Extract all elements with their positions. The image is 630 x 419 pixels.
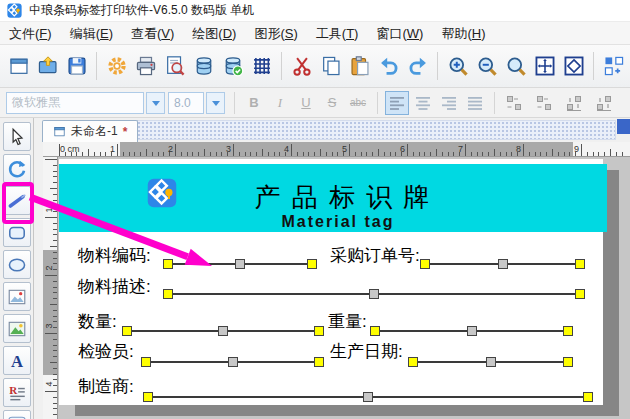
dist-top-button[interactable]	[562, 91, 586, 115]
settings-button[interactable]	[102, 50, 131, 82]
menu-item-0[interactable]: 文件(F)	[0, 22, 61, 45]
line-handle-end[interactable]	[563, 357, 573, 367]
line-handle-mid[interactable]	[235, 259, 245, 269]
design-canvas[interactable]: 0 cm 123456789 1234 产 品 标 识 牌 Material t…	[34, 142, 630, 419]
menu-item-2[interactable]: 查看(V)	[122, 22, 183, 45]
line-handle-start[interactable]	[163, 259, 173, 269]
save-icon	[66, 55, 88, 77]
align-justify-icon	[466, 94, 484, 112]
align-center-button[interactable]	[411, 91, 435, 115]
italic-button[interactable]: I	[268, 91, 292, 115]
select-tool-button[interactable]	[3, 122, 31, 151]
line-handle-start[interactable]	[122, 326, 132, 336]
object-properties-button[interactable]	[599, 50, 628, 82]
line-handle-end[interactable]	[575, 259, 585, 269]
menu-item-7[interactable]: 帮助(H)	[432, 22, 494, 45]
field-label[interactable]: 重量:	[328, 312, 367, 331]
rounded-rect-tool-button[interactable]	[3, 218, 31, 247]
database-connect-button[interactable]	[218, 50, 247, 82]
undo-button[interactable]	[374, 50, 403, 82]
menu-item-4[interactable]: 图形(S)	[245, 22, 306, 45]
database-button[interactable]	[189, 50, 218, 82]
ellipse-tool-button[interactable]	[3, 250, 31, 279]
text-icon	[7, 351, 27, 371]
menu-item-3[interactable]: 绘图(D)	[183, 22, 245, 45]
menu-item-1[interactable]: 编辑(E)	[61, 22, 122, 45]
redo-button[interactable]	[403, 50, 432, 82]
menu-item-5[interactable]: 工具(T)	[307, 22, 368, 45]
zoom-in-button[interactable]	[443, 50, 472, 82]
align-right-button[interactable]	[437, 91, 461, 115]
field-label[interactable]: 物料编码:	[78, 246, 151, 265]
align-left-button[interactable]	[385, 91, 409, 115]
text-tool-button[interactable]	[3, 346, 31, 375]
design-fields-layer: 物料编码:采购订单号:物料描述:数量:重量:检验员:生产日期:制造商:	[34, 142, 630, 419]
field-label[interactable]: 检验员:	[78, 342, 134, 361]
menu-item-6[interactable]: 窗口(W)	[367, 22, 432, 45]
line-handle-end[interactable]	[575, 289, 585, 299]
open-button[interactable]	[33, 50, 62, 82]
bold-button[interactable]: B	[242, 91, 266, 115]
line-handle-mid[interactable]	[363, 392, 373, 402]
rotate-tool-button[interactable]	[3, 154, 31, 183]
font-family-select[interactable]: 微软雅黑	[6, 92, 144, 114]
line-handle-mid[interactable]	[486, 357, 496, 367]
line-handle-end[interactable]	[307, 259, 317, 269]
line-handle-end[interactable]	[563, 326, 573, 336]
field-label[interactable]: 制造商:	[78, 377, 134, 396]
line-handle-start[interactable]	[408, 357, 418, 367]
zoom-out-button[interactable]	[472, 50, 501, 82]
line-handle-mid[interactable]	[467, 326, 477, 336]
print-button[interactable]	[131, 50, 160, 82]
redo-icon	[407, 55, 429, 77]
tab-untitled-1[interactable]: 未命名-1 *	[42, 120, 138, 142]
field-label[interactable]: 数量:	[78, 312, 117, 331]
field-label[interactable]: 生产日期:	[330, 342, 403, 361]
line-handle-start[interactable]	[163, 289, 173, 299]
save-button[interactable]	[62, 50, 91, 82]
dist-top-icon	[565, 94, 583, 112]
field-label[interactable]: 采购订单号:	[330, 246, 420, 265]
dist-bottom-button[interactable]	[592, 91, 616, 115]
line-handle-start[interactable]	[370, 326, 380, 336]
image-icon	[7, 287, 27, 307]
line-handle-mid[interactable]	[228, 357, 238, 367]
fit-page-button[interactable]	[530, 50, 559, 82]
font-size-select[interactable]: 8.0	[168, 92, 204, 114]
line-handle-start[interactable]	[141, 357, 151, 367]
rich-text-tool-button[interactable]	[3, 378, 31, 407]
paste-button[interactable]	[345, 50, 374, 82]
print-preview-button[interactable]	[160, 50, 189, 82]
line-handle-end[interactable]	[583, 392, 593, 402]
line-handle-start[interactable]	[420, 259, 430, 269]
line-handle-mid[interactable]	[218, 326, 228, 336]
line-handle-end[interactable]	[314, 357, 324, 367]
barcode-tool-button[interactable]	[3, 410, 31, 419]
font-family-dropdown-arrow[interactable]	[146, 92, 165, 114]
line-handle-start[interactable]	[143, 392, 153, 402]
copy-button[interactable]	[316, 50, 345, 82]
line-handle-mid[interactable]	[498, 259, 508, 269]
dist-right-button[interactable]	[532, 91, 556, 115]
main-toolbar	[0, 45, 630, 88]
new-button[interactable]	[4, 50, 33, 82]
dist-bottom-icon	[595, 94, 613, 112]
line-handle-end[interactable]	[314, 326, 324, 336]
picture-tool-button[interactable]	[3, 314, 31, 343]
underline-button[interactable]: U	[294, 91, 318, 115]
cut-button[interactable]	[287, 50, 316, 82]
line-handle-mid[interactable]	[369, 289, 379, 299]
tab-overflow-button[interactable]	[617, 119, 630, 134]
grid-button[interactable]	[247, 50, 276, 82]
align-justify-button[interactable]	[463, 91, 487, 115]
workspace: 未命名-1 * 0 cm 123456789 1234 产 品 标 识 牌	[0, 118, 630, 419]
field-label[interactable]: 物料描述:	[78, 277, 151, 296]
line-tool-button[interactable]	[3, 186, 31, 215]
fit-selection-button[interactable]	[559, 50, 588, 82]
image-tool-button[interactable]	[3, 282, 31, 311]
dist-left-button[interactable]	[502, 91, 526, 115]
font-size-dropdown-arrow[interactable]	[206, 92, 225, 114]
strikethrough-button[interactable]: S	[320, 91, 344, 115]
clear-format-button[interactable]: abc	[346, 91, 370, 115]
zoom-button[interactable]	[501, 50, 530, 82]
